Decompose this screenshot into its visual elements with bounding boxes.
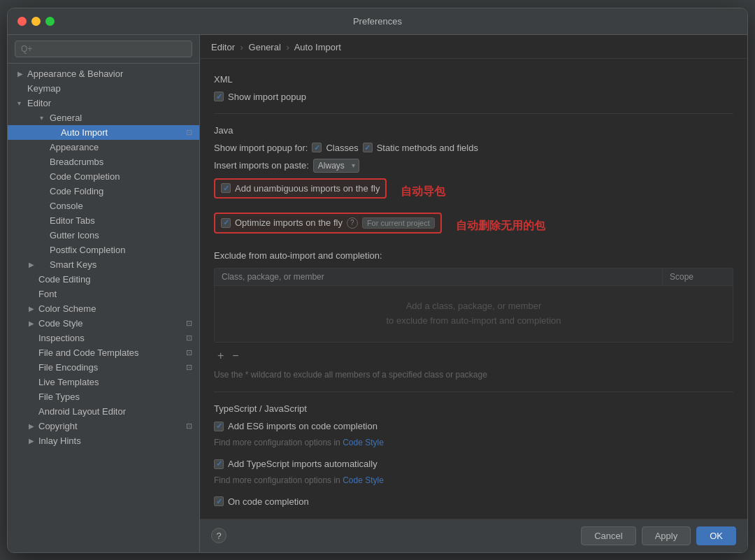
sidebar-item-editor-tabs[interactable]: Editor Tabs — [8, 213, 199, 228]
sidebar-item-font[interactable]: Font — [8, 287, 199, 301]
sidebar-item-label: Inspections — [38, 333, 183, 343]
sidebar-item-label: Keymap — [27, 83, 192, 94]
chevron-icon — [29, 349, 38, 357]
chevron-icon — [29, 290, 38, 298]
remove-exclude-button[interactable]: − — [229, 348, 242, 364]
footer: ? Cancel Apply OK — [200, 519, 747, 552]
chevron-icon: ▶ — [29, 261, 38, 268]
help-button[interactable]: ? — [211, 528, 226, 543]
java-section-header: Java — [214, 125, 733, 136]
sidebar-item-code-folding[interactable]: Code Folding — [8, 184, 199, 199]
table-placeholder-line1: Add a class, package, or member — [406, 301, 542, 311]
sidebar-item-label: Code Editing — [38, 274, 192, 285]
chevron-icon: ▾ — [40, 114, 50, 122]
chevron-icon — [29, 408, 38, 415]
optimize-imports-checkbox[interactable] — [221, 218, 231, 228]
close-button[interactable] — [17, 17, 27, 26]
xml-show-popup-label: Show import popup — [228, 92, 306, 102]
classes-label: Classes — [326, 143, 358, 153]
sidebar-item-file-types[interactable]: File Types — [8, 389, 199, 404]
sidebar-item-keymap[interactable]: Keymap — [8, 81, 199, 96]
static-methods-label: Static methods and fields — [377, 143, 478, 153]
sidebar-item-breadcrumbs[interactable]: Breadcrumbs — [8, 155, 199, 169]
add-es6-row: Add ES6 imports on code completion — [214, 421, 733, 431]
table-placeholder-line2: to exclude from auto-import and completi… — [386, 315, 561, 326]
sidebar-item-copyright[interactable]: ▶ Copyright ⊡ — [8, 419, 199, 433]
java-show-popup-row: Show import popup for: Classes Static me… — [214, 143, 733, 153]
on-code-completion-checkbox[interactable] — [214, 496, 224, 506]
sidebar-item-console[interactable]: Console — [8, 199, 199, 213]
table-actions: + − — [214, 348, 733, 364]
code-style-link2[interactable]: Code Style — [343, 475, 384, 485]
page-icon: ⊡ — [186, 348, 192, 357]
add-es6-checkbox[interactable] — [214, 422, 224, 431]
sidebar-item-postfix-completion[interactable]: Postfix Completion — [8, 243, 199, 257]
sidebar-item-label: Code Style — [38, 318, 183, 329]
search-input[interactable] — [15, 41, 192, 57]
exclude-table: Class, package, or member Scope Add a cl… — [214, 268, 733, 343]
sidebar-item-color-scheme[interactable]: ▶ Color Scheme — [8, 301, 199, 316]
window-title: Preferences — [353, 16, 402, 27]
ok-button[interactable]: OK — [696, 526, 736, 545]
on-code-completion-label: On code completion — [228, 496, 309, 507]
sidebar-item-label: Smart Keys — [50, 259, 192, 270]
table-placeholder: Add a class, package, or member to exclu… — [386, 299, 561, 329]
static-methods-checkbox[interactable] — [363, 143, 373, 152]
chevron-icon: ▶ — [29, 437, 38, 445]
optimize-imports-label: Optimize imports on the fly — [235, 217, 343, 228]
add-es6-label: Add ES6 imports on code completion — [228, 421, 378, 431]
sidebar-item-appearance-behavior[interactable]: ▶ Appearance & Behavior — [8, 66, 199, 81]
chevron-icon — [29, 364, 38, 371]
sidebar-item-auto-import[interactable]: Auto Import ⊡ — [8, 125, 199, 140]
classes-checkbox[interactable] — [312, 143, 322, 152]
chevron-icon: ▶ — [29, 422, 38, 430]
minimize-button[interactable] — [31, 17, 41, 26]
sidebar-item-code-completion[interactable]: Code Completion — [8, 169, 199, 184]
sidebar-item-gutter-icons[interactable]: Gutter Icons — [8, 228, 199, 243]
sidebar-item-android-layout-editor[interactable]: Android Layout Editor — [8, 404, 199, 419]
page-icon: ⊡ — [186, 319, 192, 328]
xml-show-popup-checkbox[interactable] — [214, 92, 224, 101]
typescript-section-header: TypeScript / JavaScript — [214, 403, 733, 414]
exclude-section-header: Exclude from auto-import and completion: — [214, 250, 733, 261]
search-box — [8, 35, 199, 64]
show-popup-for-label: Show import popup for: — [214, 143, 308, 153]
apply-button[interactable]: Apply — [642, 526, 691, 545]
sidebar-item-live-templates[interactable]: Live Templates — [8, 375, 199, 389]
code-style-link1[interactable]: Code Style — [343, 438, 384, 447]
add-ts-auto-checkbox[interactable] — [214, 459, 224, 469]
add-exclude-button[interactable]: + — [214, 348, 227, 364]
chevron-icon: ▶ — [29, 320, 38, 327]
sidebar-item-label: Code Folding — [50, 186, 192, 196]
chevron-icon — [51, 129, 61, 136]
sidebar-item-file-encodings[interactable]: File Encodings ⊡ — [8, 360, 199, 375]
sidebar-item-label: Android Layout Editor — [38, 406, 192, 417]
add-ts-auto-label: Add TypeScript imports automatically — [228, 459, 378, 469]
sidebar-item-appearance[interactable]: Appearance — [8, 140, 199, 155]
sidebar-item-label: Code Completion — [50, 171, 192, 182]
sidebar-item-inlay-hints[interactable]: ▶ Inlay Hints — [8, 433, 199, 448]
sidebar-item-editor[interactable]: ▾ Editor — [8, 96, 199, 110]
sidebar-item-file-code-templates[interactable]: File and Code Templates ⊡ — [8, 345, 199, 360]
sidebar-item-label: Live Templates — [38, 377, 192, 387]
chevron-icon — [29, 378, 38, 386]
sidebar-item-general[interactable]: ▾ General — [8, 110, 199, 125]
table-header: Class, package, or member Scope — [215, 268, 733, 286]
sidebar-item-code-style[interactable]: ▶ Code Style ⊡ — [8, 316, 199, 331]
sidebar-item-label: Copyright — [38, 421, 183, 431]
table-col-scope-header: Scope — [663, 268, 733, 285]
add-unambiguous-checkbox[interactable] — [221, 183, 231, 193]
help-icon[interactable]: ? — [347, 217, 358, 229]
for-current-project-badge[interactable]: For current project — [362, 217, 435, 229]
sidebar-item-code-editing[interactable]: Code Editing — [8, 272, 199, 287]
sidebar-item-label: Gutter Icons — [50, 230, 192, 240]
cancel-button[interactable]: Cancel — [581, 526, 635, 545]
insert-imports-row: Insert imports on paste: Always — [214, 159, 733, 173]
insert-imports-dropdown[interactable]: Always — [313, 159, 359, 173]
maximize-button[interactable] — [45, 17, 55, 26]
sidebar-item-inspections[interactable]: Inspections ⊡ — [8, 331, 199, 345]
breadcrumb-separator: › — [286, 42, 289, 52]
preferences-window: Preferences ▶ Appearance & Behavior Keym… — [7, 8, 748, 553]
sidebar-item-smart-keys[interactable]: ▶ Smart Keys — [8, 257, 199, 272]
table-body: Add a class, package, or member to exclu… — [215, 286, 733, 342]
